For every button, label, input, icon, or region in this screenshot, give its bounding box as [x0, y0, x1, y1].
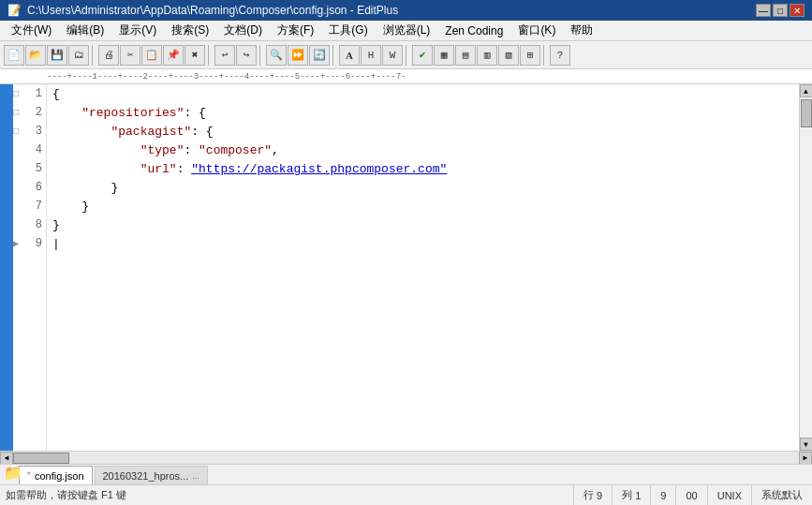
tb-sep3 [259, 45, 263, 66]
tb-view3[interactable]: ▥ [477, 45, 497, 66]
menu-file[interactable]: 文件(W) [4, 21, 59, 40]
code-line-9 [47, 234, 799, 253]
tb-check[interactable]: ✔ [412, 45, 433, 66]
menu-zencoding[interactable]: Zen Coding [437, 22, 510, 39]
menu-bar: 文件(W) 编辑(B) 显示(V) 搜索(S) 文档(D) 方案(F) 工具(G… [0, 21, 812, 41]
menu-help[interactable]: 帮助 [563, 21, 600, 40]
tb-view2[interactable]: ▤ [455, 45, 476, 66]
col-label: 列 [622, 488, 632, 502]
minimize-button[interactable]: — [756, 4, 771, 17]
code-line-8: } [47, 215, 799, 234]
row-val: 9 [597, 490, 602, 501]
line-num-7: 7 [13, 197, 46, 215]
status-items: 行 9 列 1 9 00 UNIX 系统默认 [573, 485, 812, 506]
menu-search[interactable]: 搜索(S) [164, 21, 216, 40]
horizontal-scroll-track[interactable] [13, 452, 799, 465]
scroll-right-arrow[interactable]: ▶ [799, 452, 812, 465]
tb-etc[interactable]: W [382, 45, 403, 66]
tb-view4[interactable]: ▧ [498, 45, 519, 66]
maximize-button[interactable]: □ [773, 4, 788, 17]
tb-view5[interactable]: ⊞ [520, 45, 540, 66]
menu-browser[interactable]: 浏览器(L) [376, 21, 438, 40]
tab-config-json[interactable]: * config.json [19, 466, 93, 484]
code-line-2: "repositories": { [47, 103, 799, 122]
scroll-thumb[interactable] [801, 99, 812, 127]
tb-save[interactable]: 💾 [47, 45, 67, 66]
code-line-3: "packagist": { [47, 122, 799, 141]
tb-sep5 [406, 45, 409, 66]
code-line-4: "type": "composer", [47, 141, 799, 159]
code-line-6: } [47, 178, 799, 197]
menu-project[interactable]: 方案(F) [270, 21, 321, 40]
code-line-5: "url": "https://packagist.phpcomposer.co… [47, 159, 799, 178]
scroll-down-arrow[interactable]: ▼ [800, 438, 813, 451]
code-line-1: { [47, 84, 799, 103]
tb-saveall[interactable]: 🗂 [68, 45, 89, 66]
status-col: 列 1 [612, 485, 650, 506]
line-num-2: □ 2 [13, 103, 46, 122]
tb-redo[interactable]: ↪ [236, 45, 257, 66]
col-val: 1 [635, 490, 641, 501]
scroll-left-arrow[interactable]: ◀ [0, 452, 13, 465]
title-bar-controls[interactable]: — □ ✕ [756, 4, 805, 17]
toolbar: 📄 📂 💾 🗂 🖨 ✂ 📋 📌 ✖ ↩ ↪ 🔍 ⏩ 🔄 A H W ✔ ▦ ▤ … [0, 41, 812, 69]
bottom-scrollbar[interactable]: ◀ ▶ [0, 451, 812, 464]
tab-bar: 📁 * config.json 20160321_hpros... ... [0, 464, 812, 484]
tab-config-modified-icon: * [27, 470, 31, 481]
tab-folder-icon: 📁 [4, 464, 22, 484]
tb-italic[interactable]: H [361, 45, 381, 66]
tb-delete[interactable]: ✖ [185, 45, 205, 66]
menu-window[interactable]: 窗口(K) [510, 21, 563, 40]
tb-print[interactable]: 🖨 [98, 45, 119, 66]
fold-9[interactable]: ▶ [13, 238, 22, 249]
fold-2[interactable]: □ [13, 108, 22, 118]
tb-sep4 [332, 45, 336, 66]
tab-hpros[interactable]: 20160321_hpros... ... [95, 466, 208, 484]
menu-doc[interactable]: 文档(D) [216, 21, 270, 40]
status-col3: 00 [675, 485, 706, 506]
menu-view[interactable]: 显示(V) [111, 21, 164, 40]
tb-findnext[interactable]: ⏩ [288, 45, 308, 66]
menu-tools[interactable]: 工具(G) [321, 21, 375, 40]
horizontal-scroll-thumb[interactable] [13, 453, 69, 464]
tb-copy[interactable]: 📋 [141, 45, 162, 66]
menu-edit[interactable]: 编辑(B) [59, 21, 111, 40]
close-button[interactable]: ✕ [790, 4, 805, 17]
status-col2: 9 [650, 485, 675, 506]
tb-view1[interactable]: ▦ [434, 45, 454, 66]
fold-3[interactable]: □ [13, 126, 22, 137]
status-help: 如需帮助，请按键盘 F1 键 [0, 488, 573, 502]
title-bar: 📝 C:\Users\Administrator\AppData\Roaming… [0, 0, 812, 21]
code-line-7: } [47, 197, 799, 215]
line-num-4: 4 [13, 141, 46, 159]
status-bar: 如需帮助，请按键盘 F1 键 行 9 列 1 9 00 UNIX 系统默认 [0, 484, 812, 505]
ruler-text: ----+----1----+----2----+----3----+----4… [47, 72, 406, 82]
tb-bold[interactable]: A [339, 45, 360, 66]
row-label: 行 [583, 488, 594, 502]
status-row: 行 9 [573, 485, 612, 506]
scroll-up-arrow[interactable]: ▲ [800, 84, 813, 97]
window-title: C:\Users\Administrator\AppData\Roaming\C… [27, 4, 398, 17]
fold-1[interactable]: □ [13, 89, 22, 99]
tb-open[interactable]: 📂 [25, 45, 46, 66]
tb-new[interactable]: 📄 [4, 45, 24, 66]
tab-hpros-label: 20160321_hpros... [103, 470, 189, 482]
line-num-6: 6 [13, 178, 46, 197]
line-num-8: 8 [13, 215, 46, 234]
code-area[interactable]: { "repositories": { "packagist": { "type… [47, 84, 799, 451]
tb-undo[interactable]: ↩ [214, 45, 235, 66]
status-lang: 系统默认 [751, 485, 812, 506]
tb-sep6 [543, 45, 547, 66]
tb-sep1 [92, 45, 96, 66]
line-numbers: □ 1 □ 2 □ 3 4 5 6 7 8 [13, 84, 47, 451]
tab-hpros-close[interactable]: ... [192, 471, 199, 481]
tb-help[interactable]: ? [550, 45, 570, 66]
tb-paste[interactable]: 📌 [163, 45, 184, 66]
tb-cut[interactable]: ✂ [120, 45, 140, 66]
tb-find[interactable]: 🔍 [266, 45, 287, 66]
line-num-3: □ 3 [13, 122, 46, 141]
vertical-scrollbar[interactable]: ▲ ▼ [799, 84, 812, 451]
tb-replace[interactable]: 🔄 [309, 45, 330, 66]
tab-config-label: config.json [35, 470, 84, 482]
line-num-5: 5 [13, 159, 46, 178]
